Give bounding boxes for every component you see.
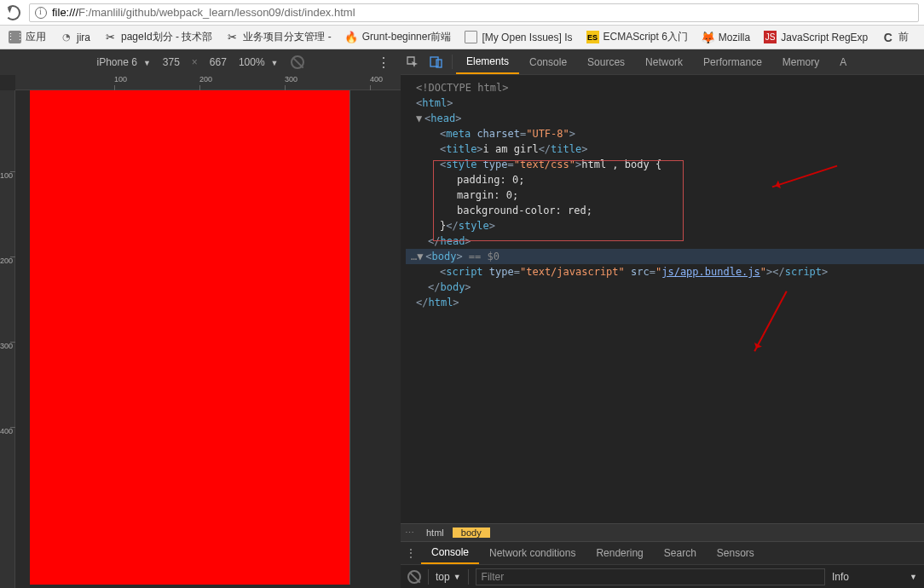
title-text: i am girl — [483, 143, 539, 155]
bookmark-grunt[interactable]: 🔥Grunt-beginner前端 — [340, 27, 457, 47]
device-toolbar: iPhone 6 375 × 667 100% ⋮ — [0, 49, 401, 75]
regexp-icon: JS — [764, 31, 777, 43]
drawer-tab-rendering[interactable]: Rendering — [586, 542, 653, 564]
device-height[interactable]: 667 — [210, 56, 227, 68]
es-icon: ES — [586, 31, 599, 43]
flame-icon: 🔥 — [345, 31, 358, 43]
throttle-icon[interactable] — [291, 55, 304, 69]
drawer-tab-search[interactable]: Search — [654, 542, 707, 564]
context-select[interactable]: top — [436, 571, 461, 583]
bookmark-es6[interactable]: ESECMAScript 6入门 — [581, 27, 693, 47]
drawer-tab-sensors[interactable]: Sensors — [707, 542, 765, 564]
tab-performance[interactable]: Performance — [693, 49, 772, 74]
clear-console-icon[interactable] — [407, 570, 421, 584]
breadcrumb-overflow[interactable]: ⋯ — [401, 527, 418, 539]
tab-memory[interactable]: Memory — [772, 49, 829, 74]
bookmark-branch[interactable]: ✂业务项目分支管理 - — [221, 27, 336, 47]
mozilla-icon: 🦊 — [702, 31, 714, 43]
device-select[interactable]: iPhone 6 — [97, 56, 151, 68]
file-icon — [465, 31, 477, 43]
device-viewport[interactable] — [30, 90, 349, 585]
bookmark-mozilla[interactable]: 🦊Mozilla — [696, 28, 755, 46]
bookmark-jira[interactable]: ◔jira — [55, 28, 95, 46]
drawer-tabbar: ⋮ Console Network conditions Rendering S… — [401, 542, 924, 564]
tab-sources[interactable]: Sources — [577, 49, 635, 74]
zoom-select[interactable]: 100% — [239, 56, 279, 68]
crumb-html[interactable]: html — [418, 527, 453, 538]
console-toolbar: top Filter Info — [401, 564, 924, 588]
address-bar: file:///F:/manlili/github/webpack_learn/… — [0, 0, 924, 26]
tab-more[interactable]: A — [829, 49, 857, 74]
ruler-vertical: 100 200 300 400 — [0, 90, 15, 588]
bookmark-issues[interactable]: [My Open Issues] Is — [459, 28, 577, 46]
info-icon[interactable] — [35, 7, 47, 19]
bookmark-more[interactable]: C前 — [876, 27, 914, 47]
bookmarks-bar: ⋮⋮应用 ◔jira ✂pageId划分 - 技术部 ✂业务项目分支管理 - 🔥… — [0, 26, 924, 49]
scissors-icon: ✂ — [104, 31, 117, 43]
doctype: <!DOCTYPE html> — [416, 82, 508, 94]
tab-console[interactable]: Console — [519, 49, 577, 74]
reload-icon[interactable] — [5, 5, 20, 20]
svg-rect-0 — [430, 57, 438, 66]
bookmark-apps[interactable]: ⋮⋮应用 — [3, 27, 51, 47]
script-src-link[interactable]: js/app.bundle.js — [661, 266, 760, 278]
drawer-tab-console[interactable]: Console — [421, 542, 479, 564]
device-width[interactable]: 375 — [163, 56, 180, 68]
bookmark-pageid[interactable]: ✂pageId划分 - 技术部 — [99, 27, 217, 47]
drawer-tab-network-conditions[interactable]: Network conditions — [479, 542, 586, 564]
breadcrumb: ⋯ html body — [401, 523, 924, 542]
filter-input[interactable]: Filter — [476, 568, 825, 585]
log-level-select[interactable]: Info — [832, 571, 917, 583]
selection-marker: == $0 — [463, 251, 500, 262]
dimension-x: × — [192, 56, 198, 68]
url-path: F:/manlili/github/webpack_learn/lesson09… — [78, 6, 355, 19]
jira-icon: ◔ — [60, 31, 72, 43]
dom-tree[interactable]: <!DOCTYPE html> <html> ▼<head> <meta cha… — [401, 75, 924, 523]
device-emulator: iPhone 6 375 × 667 100% ⋮ 100 200 300 40… — [0, 49, 401, 588]
tab-elements[interactable]: Elements — [456, 49, 519, 74]
kebab-icon[interactable]: ⋮ — [377, 55, 390, 71]
devtools-tabbar: Elements Console Sources Network Perform… — [401, 49, 924, 75]
devtools: Elements Console Sources Network Perform… — [401, 49, 924, 588]
inspect-icon[interactable] — [401, 49, 424, 74]
bookmark-regexp[interactable]: JSJavaScript RegExp — [759, 28, 873, 46]
apps-icon: ⋮⋮ — [9, 31, 21, 43]
url-scheme: file:/// — [52, 6, 78, 19]
crumb-body[interactable]: body — [453, 527, 490, 538]
device-toggle-icon[interactable] — [424, 49, 448, 74]
tab-network[interactable]: Network — [635, 49, 693, 74]
c-icon: C — [881, 31, 894, 43]
ruler-horizontal: 100 200 300 400 — [15, 75, 401, 90]
scissors-icon: ✂ — [226, 31, 239, 43]
url-input[interactable]: file:///F:/manlili/github/webpack_learn/… — [29, 3, 919, 22]
kebab-icon[interactable]: ⋮ — [401, 547, 421, 559]
